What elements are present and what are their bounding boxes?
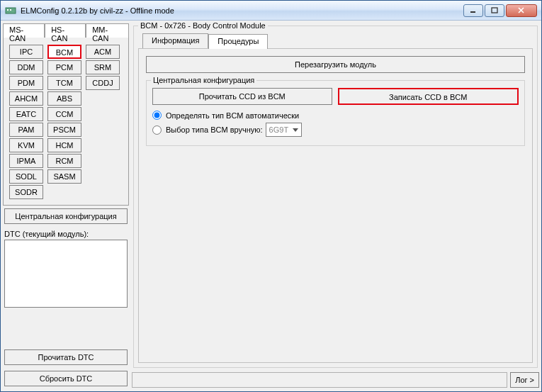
client-area: MS-CAN HS-CAN MM-CAN IPC BCM ACM DDM PCM… (1, 21, 541, 391)
tab-ms-can[interactable]: MS-CAN (3, 23, 45, 38)
ccd-group: Центральная конфигурация Прочитать CCD и… (146, 80, 525, 146)
close-button[interactable] (506, 4, 537, 17)
module-pscm[interactable]: PSCM (47, 123, 81, 137)
central-config-button[interactable]: Центральная конфигурация (4, 208, 128, 224)
module-ipma[interactable]: IPMA (9, 154, 43, 168)
svg-rect-1 (7, 9, 9, 11)
module-abs[interactable]: ABS (47, 91, 81, 106)
log-output (132, 372, 507, 388)
ccd-buttons-row: Прочитать CCD из BCM Записать CCD в BCM (152, 88, 519, 105)
module-bcm[interactable]: BCM (47, 45, 81, 59)
module-grid: IPC BCM ACM DDM PCM SRM PDM TCM CDDJ AHC… (6, 40, 125, 202)
dtc-group-label: DTC (текущий модуль): (4, 230, 128, 238)
radio-auto-label: Определять тип BCM автоматически (166, 111, 299, 120)
window-controls (463, 4, 537, 17)
radio-manual-label: Выбор типа BCM вручную: (166, 125, 263, 134)
minimize-button[interactable] (463, 4, 483, 17)
write-ccd-button[interactable]: Записать CCD в BCM (338, 88, 519, 105)
module-pam[interactable]: PAM (9, 123, 43, 137)
module-srm[interactable]: SRM (86, 60, 120, 74)
procedures-panel: Перезагрузить модуль Центральная конфигу… (138, 48, 533, 363)
tab-info[interactable]: Информация (142, 33, 208, 48)
app-window: ELMConfig 0.2.12b by civil-zz - Offline … (0, 0, 542, 392)
bottom-bar: Лог > (132, 371, 539, 389)
module-detail-group: BCM - 0x726 - Body Control Module Информ… (133, 26, 538, 368)
module-sodl[interactable]: SODL (9, 169, 43, 184)
tab-mm-can[interactable]: MM-CAN (86, 23, 129, 38)
module-pcm[interactable]: PCM (47, 60, 81, 74)
bcm-type-select[interactable]: 6G9T (266, 123, 303, 137)
module-cddj[interactable]: CDDJ (86, 76, 120, 90)
right-pane: BCM - 0x726 - Body Control Module Информ… (132, 23, 539, 389)
module-ccm[interactable]: CCM (47, 107, 81, 121)
module-kvm[interactable]: KVM (9, 138, 43, 152)
module-ddm[interactable]: DDM (9, 60, 43, 74)
maximize-button[interactable] (485, 4, 504, 17)
reload-module-button[interactable]: Перезагрузить модуль (146, 56, 525, 73)
titlebar: ELMConfig 0.2.12b by civil-zz - Offline … (1, 1, 541, 21)
tab-procedures[interactable]: Процедуры (208, 34, 268, 49)
module-sodr[interactable]: SODR (9, 185, 43, 199)
module-detail-title: BCM - 0x726 - Body Control Module (138, 21, 268, 30)
radio-manual[interactable] (152, 125, 162, 135)
radio-manual-row: Выбор типа BCM вручную: 6G9T (152, 123, 519, 137)
left-pane: MS-CAN HS-CAN MM-CAN IPC BCM ACM DDM PCM… (3, 23, 129, 389)
app-icon (5, 5, 16, 16)
module-grid-panel: IPC BCM ACM DDM PCM SRM PDM TCM CDDJ AHC… (3, 37, 129, 206)
module-sasm[interactable]: SASM (47, 169, 81, 184)
module-pdm[interactable]: PDM (9, 76, 43, 90)
read-dtc-button[interactable]: Прочитать DTC (4, 349, 128, 365)
dtc-text-area[interactable] (4, 240, 128, 308)
ccd-group-title: Центральная конфигурация (151, 76, 256, 84)
detail-tabs: Информация Процедуры (142, 33, 533, 48)
module-rcm[interactable]: RCM (47, 154, 81, 168)
reset-dtc-button[interactable]: Сбросить DTC (4, 371, 128, 386)
window-title: ELMConfig 0.2.12b by civil-zz - Offline … (21, 6, 463, 15)
module-ipc[interactable]: IPC (9, 45, 43, 59)
module-acm[interactable]: ACM (86, 45, 120, 59)
svg-rect-4 (492, 8, 497, 13)
log-toggle-button[interactable]: Лог > (510, 372, 539, 388)
module-hcm[interactable]: HCM (47, 138, 81, 152)
module-tcm[interactable]: TCM (47, 76, 81, 90)
tab-hs-can[interactable]: HS-CAN (45, 23, 86, 38)
bus-tabs: MS-CAN HS-CAN MM-CAN (3, 23, 129, 37)
svg-rect-2 (10, 9, 11, 11)
radio-auto-row: Определять тип BCM автоматически (152, 111, 519, 120)
module-ahcm[interactable]: AHCM (9, 91, 43, 106)
read-ccd-button[interactable]: Прочитать CCD из BCM (152, 88, 332, 105)
radio-auto[interactable] (152, 111, 162, 120)
module-eatc[interactable]: EATC (9, 107, 43, 121)
